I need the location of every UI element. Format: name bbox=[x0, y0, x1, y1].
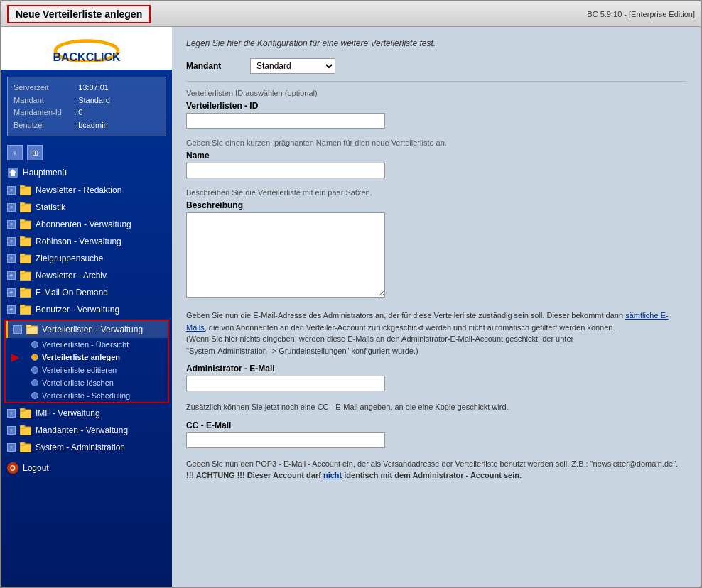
name-section: Geben Sie einen kurzen, prägnanten Namen… bbox=[186, 138, 686, 178]
sidebar-item-mandanten[interactable]: + Mandanten - Verwaltung bbox=[1, 422, 172, 439]
expand-icon[interactable]: + bbox=[7, 186, 16, 195]
label-mandanten-id: Mandanten-Id bbox=[14, 107, 74, 119]
pop3-hint-block: Geben Sie nun den POP3 - E-Mail - Accoun… bbox=[186, 458, 686, 481]
subnav-scheduling[interactable]: Verteilerliste - Scheduling bbox=[26, 389, 168, 402]
sidebar-item-verteilerlisten[interactable]: - Verteilerlisten - Verwaltung bbox=[6, 321, 168, 338]
label: Mandanten - Verwaltung bbox=[36, 425, 128, 435]
expand-icon[interactable]: + bbox=[7, 271, 16, 280]
sidebar-icon-grid[interactable]: ⊞ bbox=[27, 145, 43, 160]
label: IMF - Verwaltung bbox=[36, 408, 100, 418]
home-icon bbox=[7, 167, 18, 178]
sidebar-item-benutzer[interactable]: + Benutzer - Verwaltung bbox=[1, 301, 172, 318]
folder-icon bbox=[20, 236, 31, 246]
subnav-anlegen[interactable]: Verteilerliste anlegen ▶ bbox=[26, 351, 168, 364]
sidebar-item-system-administration[interactable]: + System - Administration bbox=[1, 439, 172, 456]
cc-email-input[interactable] bbox=[186, 432, 385, 448]
value-benutzer: : bcadmin bbox=[74, 119, 108, 132]
verteilerlisten-subnav: Verteilerlisten - Übersicht Verteilerlis… bbox=[6, 338, 168, 402]
sidebar-item-email-on-demand[interactable]: + E-Mail On Demand bbox=[1, 284, 172, 301]
sidebar-item-statistik[interactable]: + Statistik bbox=[1, 199, 172, 216]
id-label: Verteilerlisten - ID bbox=[186, 101, 686, 111]
expand-icon[interactable]: + bbox=[7, 443, 16, 452]
svg-rect-25 bbox=[20, 425, 25, 428]
svg-rect-23 bbox=[20, 408, 25, 411]
sidebar-item-imf[interactable]: + IMF - Verwaltung bbox=[1, 405, 172, 422]
sidebar-item-newsletter-redaktion[interactable]: + Newsletter - Redaktion bbox=[1, 182, 172, 199]
id-section: Verteilerlisten ID auswählen (optional) … bbox=[186, 89, 686, 129]
admin-hint-4: "System-Administration -> Grundeinstellu… bbox=[186, 347, 418, 355]
sidebar-item-newsletter-archiv[interactable]: + Newsletter - Archiv bbox=[1, 267, 172, 284]
divider-1 bbox=[186, 81, 686, 82]
svg-rect-19 bbox=[20, 305, 25, 307]
label: Robinson - Verwaltung bbox=[36, 236, 122, 246]
expand-icon[interactable]: + bbox=[7, 203, 16, 212]
mandant-select[interactable]: Standard bbox=[250, 58, 335, 74]
folder-icon bbox=[20, 254, 31, 263]
sidebar-item-abonnenten[interactable]: + Abonnenten - Verwaltung bbox=[1, 216, 172, 233]
label: System - Administration bbox=[36, 442, 125, 452]
desc-textarea[interactable] bbox=[186, 212, 385, 298]
sidebar-item-hauptmenu[interactable]: Hauptmenü bbox=[1, 163, 172, 182]
logo-svg: BACKCLICK bbox=[44, 34, 129, 62]
expand-icon[interactable]: + bbox=[7, 305, 16, 314]
server-info-box: Serverzeit : 13:07:01 Mandant : Standard… bbox=[7, 77, 166, 136]
label: Statistik bbox=[36, 202, 65, 212]
id-input[interactable] bbox=[186, 113, 385, 129]
desc-hint: Beschreiben Sie die Verteilerliste mit e… bbox=[186, 188, 686, 197]
version-label: BC 5.9.10 - [Enterprise Edition] bbox=[587, 10, 695, 18]
name-input[interactable] bbox=[186, 163, 385, 178]
svg-rect-9 bbox=[20, 219, 25, 222]
sidebar-icon-row: + ⊞ bbox=[1, 142, 172, 163]
folder-icon bbox=[20, 185, 31, 195]
expand-icon[interactable]: + bbox=[7, 220, 16, 229]
svg-rect-21 bbox=[26, 325, 31, 327]
hauptmenu-label: Hauptmenü bbox=[23, 168, 67, 178]
admin-email-section: Administrator - E-Mail bbox=[186, 364, 686, 391]
top-header: Neue Verteilerliste anlegen BC 5.9.10 - … bbox=[1, 1, 701, 27]
expand-icon[interactable]: + bbox=[7, 254, 16, 263]
desc-section: Beschreiben Sie die Verteilerliste mit e… bbox=[186, 188, 686, 300]
expand-icon[interactable]: + bbox=[7, 426, 16, 435]
sidebar-icon-plus[interactable]: + bbox=[7, 145, 23, 160]
folder-icon bbox=[20, 408, 31, 418]
folder-icon bbox=[20, 271, 31, 281]
desc-label: Beschreibung bbox=[186, 200, 686, 210]
name-hint: Geben Sie einen kurzen, prägnanten Namen… bbox=[186, 138, 686, 147]
admin-hint-block: Geben Sie nun die E-Mail-Adresse des Adm… bbox=[186, 310, 686, 356]
admin-hint-2: die von Abonnenten an den Verteiler-Acco… bbox=[207, 323, 615, 332]
label: Zielgruppensuche bbox=[36, 254, 103, 263]
label-benutzer: Benutzer bbox=[14, 119, 74, 132]
expand-icon[interactable]: + bbox=[7, 237, 16, 246]
pop3-hint-3: identisch mit dem Administrator - Accoun… bbox=[342, 471, 522, 479]
svg-rect-17 bbox=[20, 288, 25, 290]
logout-label: Logout bbox=[23, 463, 49, 473]
label-serverzeit: Serverzeit bbox=[14, 82, 74, 94]
folder-icon bbox=[20, 202, 31, 212]
svg-rect-15 bbox=[20, 271, 25, 273]
value-mandant: : Standard bbox=[74, 94, 110, 107]
expand-icon[interactable]: - bbox=[14, 325, 22, 334]
expand-icon[interactable]: + bbox=[7, 288, 16, 297]
logout-item[interactable]: O Logout bbox=[1, 459, 172, 477]
folder-icon bbox=[20, 305, 31, 315]
subnav-dot bbox=[31, 379, 38, 386]
label: Newsletter - Redaktion bbox=[36, 185, 122, 195]
sidebar-item-zielgruppensuche[interactable]: + Zielgruppensuche bbox=[1, 250, 172, 267]
value-mandanten-id: : 0 bbox=[74, 107, 82, 119]
subnav-loschen[interactable]: Verteilerliste löschen bbox=[26, 376, 168, 389]
subnav-ubersicht[interactable]: Verteilerlisten - Übersicht bbox=[26, 338, 168, 351]
folder-open-icon bbox=[26, 325, 38, 334]
folder-icon bbox=[20, 442, 31, 452]
sidebar-item-robinson[interactable]: + Robinson - Verwaltung bbox=[1, 233, 172, 250]
folder-icon bbox=[20, 425, 31, 435]
admin-email-input[interactable] bbox=[186, 376, 385, 391]
subnav-editieren[interactable]: Verteilerliste editieren bbox=[26, 364, 168, 376]
folder-icon bbox=[20, 219, 31, 229]
pop3-hint-underline: nicht bbox=[323, 471, 342, 479]
optional-hint: Verteilerlisten ID auswählen (optional) bbox=[186, 89, 686, 97]
admin-hint-1: Geben Sie nun die E-Mail-Adresse des Adm… bbox=[186, 311, 625, 320]
expand-icon[interactable]: + bbox=[7, 409, 16, 418]
subnav-dot bbox=[31, 392, 38, 399]
subnav-dot bbox=[31, 366, 38, 374]
arrow-indicator: ▶ bbox=[11, 352, 19, 363]
